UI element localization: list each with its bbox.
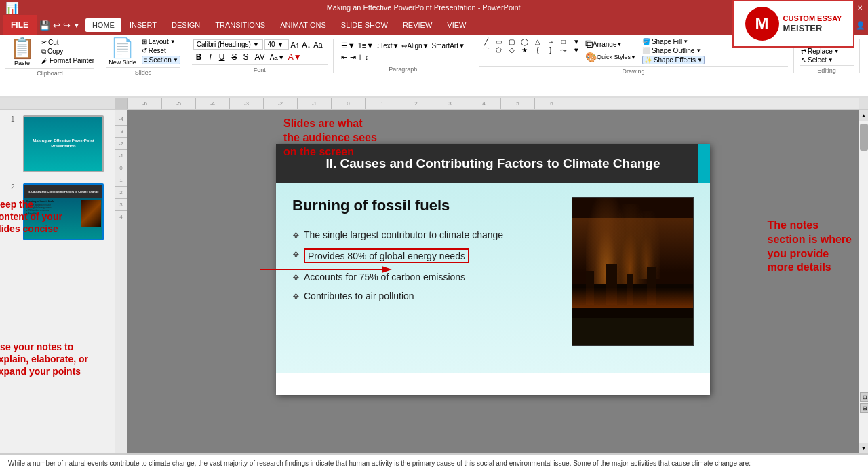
- bullet-list-button[interactable]: ☰▼: [340, 41, 356, 51]
- separator-1: [100, 39, 100, 73]
- shapes-grid: ╱ ▭ ▢ ◯ △ → □ ▼ ⌒ ⬠ ◇ ★ { } 〜 ♥: [480, 38, 583, 56]
- font-group: Calibri (Headings) ▼ 40 ▼ A↑ A↓ Aa B I U…: [192, 38, 328, 73]
- brace-shape[interactable]: }: [545, 46, 557, 56]
- section-button[interactable]: ≡ Section ▼: [142, 56, 180, 64]
- redo-icon[interactable]: ↪: [63, 20, 71, 31]
- select-button[interactable]: ↖ Select ▼: [801, 56, 852, 64]
- slide-panel: 1 Making an Effective PowerPoint Present…: [0, 110, 115, 453]
- shape-effects-button[interactable]: ✨ Shape Effects ▼: [642, 56, 705, 64]
- ribbon-row: 📋 Paste ✂ Cut ⧉ Copy 🖌 Format Painter: [0, 35, 868, 76]
- logo-text: CUSTOM ESSAY MEISTER: [783, 14, 842, 34]
- numbered-list-button[interactable]: 1≡▼: [357, 41, 374, 50]
- layout-button[interactable]: ⊞ Layout ▼: [142, 38, 180, 45]
- increase-indent-button[interactable]: ⇥: [349, 52, 357, 62]
- convert-smartart-button[interactable]: SmartArt▼: [431, 41, 466, 50]
- save-icon[interactable]: 💾: [39, 20, 50, 31]
- font-size-decrease[interactable]: A↓: [301, 40, 311, 50]
- scrollbar-thumb[interactable]: [860, 124, 868, 151]
- customize-icon[interactable]: ▼: [73, 22, 80, 29]
- fit-slide-button[interactable]: ⊡: [860, 392, 868, 402]
- bracket-shape[interactable]: {: [532, 46, 544, 56]
- clipboard-group: 📋 Paste ✂ Cut ⧉ Copy 🖌 Format Painter: [5, 35, 94, 77]
- menu-view[interactable]: VIEW: [440, 18, 473, 32]
- rect-shape[interactable]: ▭: [493, 38, 505, 45]
- slide-2-container: 2 II. Causes and Contributing Factors to…: [11, 183, 104, 240]
- triangle-shape[interactable]: △: [532, 38, 544, 45]
- cut-button[interactable]: ✂ Cut: [41, 39, 94, 46]
- canvas-area[interactable]: Slides are whatthe audience seeson the s…: [127, 110, 859, 453]
- notes-intro: While a number of natural events contrib…: [8, 459, 860, 467]
- replace-button[interactable]: ⇄ Replace ▼: [801, 48, 852, 55]
- copy-button[interactable]: ⧉ Copy: [41, 48, 94, 56]
- right-scrollbar[interactable]: ▲ ▼ ⊡ ⊞: [859, 110, 868, 453]
- bullet-icon-3: ❖: [292, 292, 300, 301]
- shape-fill-button[interactable]: 🪣 Shape Fill ▼: [642, 38, 705, 45]
- new-slide-button[interactable]: 📄 New Slide: [106, 35, 139, 67]
- oval-shape[interactable]: ◯: [519, 38, 531, 45]
- copy-icon: ⧉: [41, 48, 46, 56]
- section-icon: ≡: [144, 56, 148, 64]
- reset-button[interactable]: ↺ Reset: [142, 47, 180, 54]
- menu-insert[interactable]: INSERT: [123, 18, 163, 32]
- notes-area[interactable]: While a number of natural events contrib…: [0, 453, 868, 467]
- change-case-button[interactable]: Aa▼: [269, 53, 285, 62]
- arrange-button[interactable]: ⧉ Arrange ▼: [585, 38, 639, 50]
- annotation-bottom-left: Use your notes toexplain, elaborate, ore…: [0, 341, 88, 378]
- annotation-slides-audience: Slides are whatthe audience seeson the s…: [283, 117, 377, 159]
- close-icon[interactable]: ✕: [857, 4, 863, 12]
- paste-button[interactable]: 📋 Paste: [5, 35, 39, 68]
- slides-label: Slides: [106, 67, 180, 76]
- italic-button[interactable]: I: [206, 51, 214, 63]
- slide-2-thumbnail[interactable]: II. Causes and Contributing Factors to C…: [23, 183, 104, 240]
- view-mode-button[interactable]: ⊞: [860, 403, 868, 413]
- undo-icon[interactable]: ↩: [53, 20, 60, 31]
- star-shape[interactable]: ★: [519, 46, 531, 56]
- strikethrough-button[interactable]: S: [229, 52, 239, 62]
- callout-shape[interactable]: □: [557, 38, 570, 45]
- line-shape[interactable]: ╱: [480, 38, 492, 45]
- font-family-dropdown[interactable]: Calibri (Headings) ▼: [193, 39, 263, 50]
- pentagon-shape[interactable]: ⬠: [493, 46, 505, 56]
- menu-slideshow[interactable]: SLIDE SHOW: [334, 18, 395, 32]
- diamond-shape[interactable]: ◇: [506, 46, 518, 56]
- shape-fill-icon: 🪣: [642, 38, 650, 45]
- bullet-item-3: ❖ Contributes to air pollution: [292, 286, 561, 305]
- user-icon: 👤: [856, 21, 865, 30]
- file-menu-button[interactable]: FILE: [3, 15, 37, 35]
- heart-shape[interactable]: ♥: [570, 46, 583, 56]
- columns-button[interactable]: ⫴: [358, 52, 363, 62]
- menu-home[interactable]: HOME: [85, 18, 121, 32]
- more-shapes[interactable]: ▼: [570, 38, 583, 45]
- clear-format-icon[interactable]: Aa: [313, 40, 323, 50]
- scroll-down-button[interactable]: ▼: [859, 443, 868, 453]
- bold-button[interactable]: B: [193, 51, 205, 63]
- format-painter-button[interactable]: 🖌 Format Painter: [41, 57, 94, 64]
- menu-design[interactable]: DESIGN: [165, 18, 207, 32]
- slide-1-thumbnail[interactable]: Making an Effective PowerPoint Presentat…: [23, 115, 104, 172]
- curve-shape[interactable]: ⌒: [480, 46, 492, 56]
- paste-icon: 📋: [9, 36, 35, 60]
- slide-1-container: 1 Making an Effective PowerPoint Present…: [11, 115, 104, 172]
- rounded-rect-shape[interactable]: ▢: [506, 38, 518, 45]
- line-spacing-button[interactable]: ↕: [364, 52, 370, 62]
- paste-label: Paste: [14, 60, 30, 67]
- slide-1-title: Making an Effective PowerPoint Presentat…: [27, 138, 100, 149]
- slide-2-thumb-title: II. Causes and Contributing Factors to C…: [27, 189, 100, 195]
- decrease-indent-button[interactable]: ⇤: [340, 52, 348, 62]
- shape-outline-button[interactable]: ⬜ Shape Outline ▼: [642, 47, 705, 54]
- wave-shape[interactable]: 〜: [557, 46, 570, 56]
- font-size-increase[interactable]: A↑: [290, 40, 300, 50]
- font-size-dropdown[interactable]: 40 ▼: [264, 39, 289, 50]
- menu-animations[interactable]: ANIMATIONS: [273, 18, 333, 32]
- arrow-shape[interactable]: →: [545, 38, 557, 45]
- scroll-up-button[interactable]: ▲: [859, 110, 868, 121]
- menu-review[interactable]: REVIEW: [396, 18, 439, 32]
- font-color-button[interactable]: A▼: [288, 52, 302, 62]
- quick-styles-button[interactable]: 🎨 Quick Styles ▼: [585, 52, 639, 62]
- text-shadow-button[interactable]: S: [241, 52, 251, 62]
- align-text-button[interactable]: ⇔Align▼: [401, 41, 429, 50]
- text-direction-button[interactable]: ↕Text▼: [376, 41, 399, 50]
- underline-button[interactable]: U: [216, 51, 228, 63]
- char-spacing-button[interactable]: AV: [253, 52, 267, 62]
- menu-transitions[interactable]: TRANSITIONS: [208, 18, 272, 32]
